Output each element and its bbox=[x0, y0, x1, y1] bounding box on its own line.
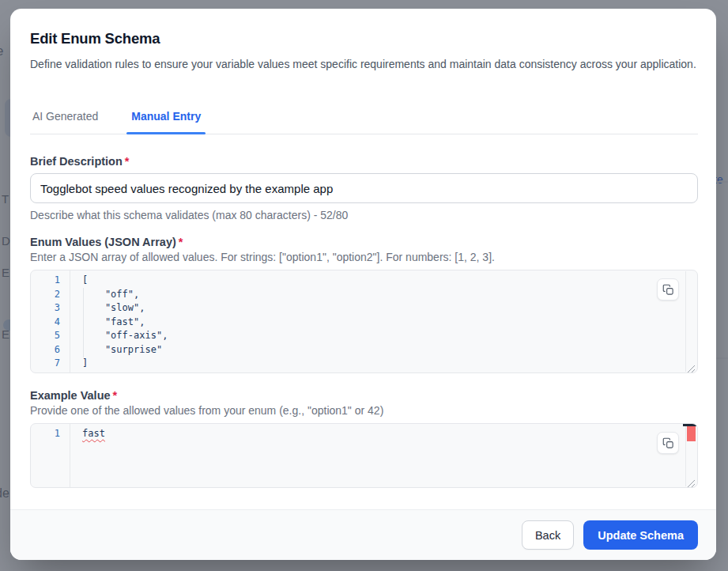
line-number: 4 bbox=[31, 316, 70, 330]
required-asterisk: * bbox=[179, 236, 183, 248]
resize-grip-icon bbox=[687, 365, 696, 373]
brief-description-input[interactable] bbox=[30, 173, 698, 203]
line-number: 2 bbox=[31, 288, 70, 302]
line-number: 6 bbox=[31, 343, 70, 357]
code-line: 3 "slow", bbox=[31, 301, 697, 316]
example-value-label: Example Value* bbox=[30, 389, 698, 402]
code-text: [ bbox=[70, 274, 88, 288]
brief-description-helper: Describe what this schema validates (max… bbox=[30, 209, 698, 221]
modal-footer: Back Update Schema bbox=[10, 509, 716, 560]
tab-ai-generated[interactable]: AI Generated bbox=[32, 110, 98, 134]
enum-values-helper: Enter a JSON array of allowed values. Fo… bbox=[30, 251, 698, 263]
code-line: 1[ bbox=[31, 274, 697, 288]
copy-button[interactable] bbox=[657, 278, 679, 301]
code-line: 5 "off-axis", bbox=[31, 329, 697, 343]
example-value-helper: Provide one of the allowed values from y… bbox=[30, 404, 698, 417]
resize-handle[interactable] bbox=[687, 362, 696, 371]
code-area: 1[ 2 "off", 3 "slow", 4 "fast", 5 "off-a… bbox=[31, 270, 697, 371]
code-text: "off", bbox=[70, 288, 139, 302]
resize-handle[interactable] bbox=[687, 477, 696, 486]
example-value-editor[interactable]: 1fast bbox=[30, 423, 698, 488]
code-text: "surprise" bbox=[70, 343, 162, 357]
tab-bar: AI Generated Manual Entry bbox=[30, 110, 698, 134]
enum-values-label: Enum Values (JSON Array)* bbox=[30, 236, 698, 248]
code-line: 1fast bbox=[31, 427, 697, 441]
brief-description-label: Brief Description* bbox=[30, 155, 698, 168]
tab-manual-entry[interactable]: Manual Entry bbox=[131, 110, 201, 134]
code-line: 7] bbox=[31, 357, 697, 371]
line-number: 3 bbox=[31, 301, 70, 316]
code-text: "fast", bbox=[70, 316, 145, 330]
resize-grip-icon bbox=[687, 479, 696, 488]
code-area: 1fast bbox=[31, 424, 697, 441]
line-number: 7 bbox=[31, 357, 70, 371]
update-schema-button[interactable]: Update Schema bbox=[583, 520, 698, 550]
copy-icon bbox=[662, 437, 674, 449]
line-number: 1 bbox=[31, 427, 70, 441]
line-number: 5 bbox=[31, 329, 70, 343]
required-asterisk: * bbox=[125, 155, 130, 168]
code-line: 6 "surprise" bbox=[31, 343, 697, 357]
code-text: "off-axis", bbox=[70, 329, 168, 343]
copy-button[interactable] bbox=[657, 432, 679, 454]
code-line: 4 "fast", bbox=[31, 316, 697, 330]
copy-icon bbox=[662, 284, 674, 296]
edit-enum-schema-modal: Edit Enum Schema Define validation rules… bbox=[10, 9, 716, 560]
line-number: 1 bbox=[31, 274, 70, 288]
code-line: 2 "off", bbox=[31, 288, 697, 302]
required-asterisk: * bbox=[113, 389, 118, 402]
modal-description: Define validation rules to ensure your v… bbox=[30, 56, 698, 74]
modal-title: Edit Enum Schema bbox=[30, 30, 698, 47]
code-text: ] bbox=[70, 357, 88, 371]
back-button[interactable]: Back bbox=[522, 520, 574, 550]
enum-values-editor[interactable]: 1[ 2 "off", 3 "slow", 4 "fast", 5 "off-a… bbox=[30, 270, 698, 373]
code-text-with-error: fast bbox=[70, 427, 105, 441]
error-annotation-marker bbox=[687, 426, 696, 441]
code-text: "slow", bbox=[70, 301, 145, 316]
